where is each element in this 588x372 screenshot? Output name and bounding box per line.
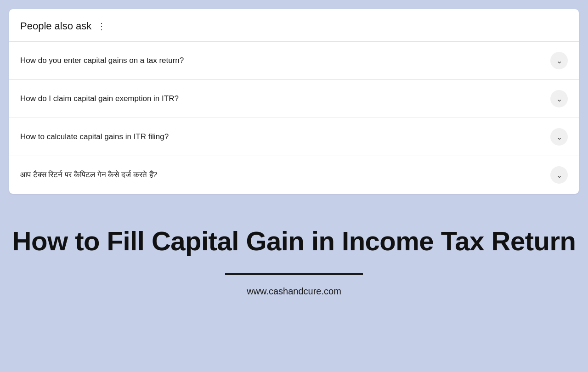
- chevron-down-icon-1: ⌄: [556, 56, 562, 65]
- people-also-ask-card: People also ask ⋮ How do you enter capit…: [9, 9, 579, 194]
- website-url: www.cashandcure.com: [247, 286, 341, 297]
- paa-item-2[interactable]: How do I claim capital gain exemption in…: [9, 79, 579, 118]
- divider: [225, 273, 363, 275]
- paa-question-2: How do I claim capital gain exemption in…: [20, 94, 179, 103]
- paa-question-1: How do you enter capital gains on a tax …: [20, 56, 184, 65]
- paa-question-3: How to calculate capital gains in ITR fi…: [20, 132, 169, 141]
- paa-question-4: आप टैक्स रिटर्न पर कैपिटल गेन कैसे दर्ज …: [20, 170, 157, 180]
- paa-header: People also ask ⋮: [9, 20, 579, 41]
- expand-button-3[interactable]: ⌄: [550, 128, 568, 146]
- paa-title: People also ask: [20, 20, 91, 32]
- bottom-section: How to Fill Capital Gain in Income Tax R…: [9, 212, 579, 297]
- chevron-down-icon-2: ⌄: [556, 95, 562, 103]
- expand-button-1[interactable]: ⌄: [550, 52, 568, 69]
- expand-button-4[interactable]: ⌄: [550, 166, 568, 184]
- chevron-down-icon-3: ⌄: [556, 133, 562, 141]
- paa-item-4[interactable]: आप टैक्स रिटर्न पर कैपिटल गेन कैसे दर्ज …: [9, 156, 579, 194]
- paa-item-3[interactable]: How to calculate capital gains in ITR fi…: [9, 118, 579, 156]
- expand-button-2[interactable]: ⌄: [550, 90, 568, 107]
- chevron-down-icon-4: ⌄: [556, 171, 562, 180]
- more-options-icon[interactable]: ⋮: [97, 21, 106, 32]
- main-heading: How to Fill Capital Gain in Income Tax R…: [12, 226, 576, 257]
- paa-item-1[interactable]: How do you enter capital gains on a tax …: [9, 41, 579, 79]
